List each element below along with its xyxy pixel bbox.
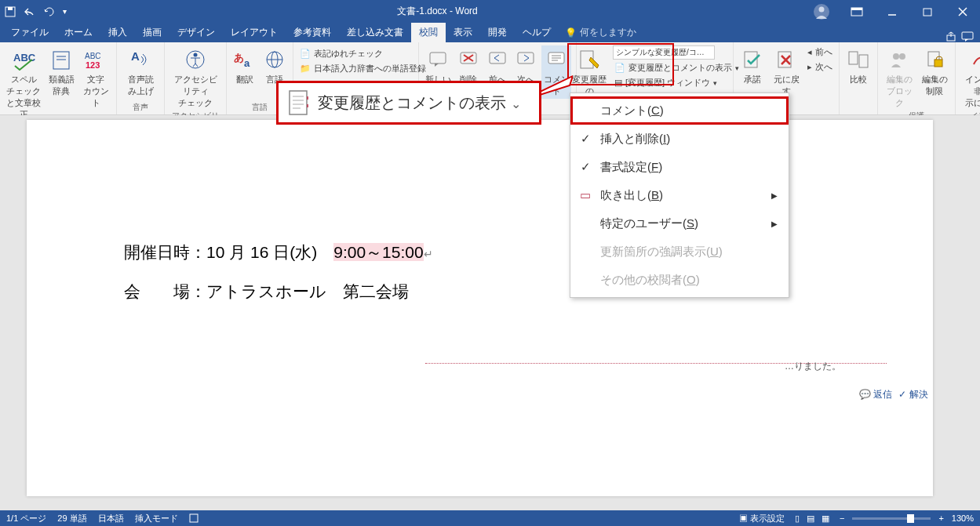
- print-layout-icon[interactable]: ▤: [804, 513, 817, 523]
- undo-icon[interactable]: [24, 7, 36, 16]
- tab-references[interactable]: 参考資料: [286, 23, 339, 42]
- tab-layout[interactable]: レイアウト: [223, 23, 286, 42]
- svg-text:a: a: [244, 57, 250, 69]
- menu-comments[interactable]: コメント(C): [570, 96, 789, 125]
- zoom-value[interactable]: 130%: [952, 513, 974, 523]
- document-area[interactable]: 開催日時：10 月 16 日(水) 9:00～15:00↵ 会 場：アトラスホー…: [0, 115, 980, 510]
- close-icon[interactable]: [945, 0, 980, 23]
- svg-rect-5: [851, 8, 862, 10]
- tab-file[interactable]: ファイル: [3, 23, 56, 42]
- svg-point-43: [893, 53, 899, 60]
- save-icon[interactable]: [5, 6, 16, 17]
- tab-mailings[interactable]: 差し込み文書: [339, 23, 411, 42]
- annotation-callout: 変更履歴とコメントの表示 ⌄: [276, 81, 541, 125]
- svg-point-3: [818, 6, 824, 12]
- tab-help[interactable]: ヘルプ: [515, 23, 559, 42]
- doc-icon: 📄: [614, 63, 625, 73]
- svg-text:A: A: [131, 49, 140, 63]
- svg-text:あ: あ: [234, 52, 244, 63]
- svg-rect-7: [924, 9, 931, 16]
- comment-balloon[interactable]: …りました。: [785, 360, 926, 373]
- svg-rect-31: [518, 53, 534, 63]
- tab-insert[interactable]: 挿入: [100, 23, 135, 42]
- account-icon[interactable]: [803, 0, 839, 23]
- readaloud-button[interactable]: A音声読 み上げ: [122, 45, 159, 99]
- menu-balloons[interactable]: ▭ 吹き出し(B) ▶: [570, 181, 789, 209]
- view-buttons[interactable]: ▯ ▤ ▦: [792, 513, 832, 524]
- zoom-slider[interactable]: [852, 517, 931, 520]
- web-layout-icon[interactable]: ▦: [819, 513, 832, 523]
- accessibility-button[interactable]: アクセシビリティ チェック: [169, 45, 221, 111]
- markup-mode-select[interactable]: シンプルな変更履歴/コ…: [613, 45, 715, 60]
- macro-icon[interactable]: [189, 513, 199, 523]
- tab-home[interactable]: ホーム: [56, 23, 100, 42]
- svg-rect-11: [962, 32, 973, 39]
- tab-draw[interactable]: 描画: [135, 23, 169, 42]
- comment-resolve-button[interactable]: ✓ 解決: [898, 388, 927, 401]
- tab-view[interactable]: 表示: [446, 23, 480, 42]
- group-speech: 音声: [122, 102, 159, 114]
- show-markup-button[interactable]: 📄変更履歴とコメントの表示 ▾: [613, 61, 741, 74]
- blank-check: [578, 104, 592, 118]
- ribbon-display-icon[interactable]: [839, 0, 874, 23]
- svg-rect-52: [307, 96, 308, 100]
- doc-icon: 📄: [300, 49, 311, 59]
- share-icon[interactable]: [945, 31, 956, 42]
- zoom-in-button[interactable]: +: [938, 513, 943, 523]
- doc-line2[interactable]: 会 場：アトラスホール 第二会場: [124, 281, 409, 303]
- svg-rect-26: [430, 53, 446, 63]
- annotation-pointer: [540, 74, 573, 96]
- restrict-editing-button[interactable]: 編集の 制限: [919, 45, 950, 99]
- menu-formatting[interactable]: ✓ 書式設定(F): [570, 153, 789, 181]
- tab-developer[interactable]: 開発: [480, 23, 515, 42]
- qat-more-icon[interactable]: ▾: [63, 7, 67, 16]
- svg-rect-47: [290, 91, 307, 114]
- reject-button[interactable]: 元に戻す: [770, 45, 803, 99]
- accept-button[interactable]: 承諾: [738, 45, 767, 87]
- svg-rect-54: [190, 514, 198, 522]
- tell-me[interactable]: 💡 何をしますか: [559, 26, 641, 42]
- doc-highlighted-time[interactable]: 9:00～15:00: [333, 243, 423, 261]
- maximize-icon[interactable]: [909, 0, 945, 23]
- page[interactable]: 開催日時：10 月 16 日(水) 9:00～15:00↵ 会 場：アトラスホー…: [27, 120, 933, 496]
- compare-button[interactable]: 比較: [844, 45, 873, 87]
- next-change-button[interactable]: ▸次へ: [806, 60, 834, 74]
- dictionary-register-button[interactable]: 📁日本語入力辞書への単語登録: [298, 62, 428, 75]
- read-mode-icon[interactable]: ▯: [792, 513, 802, 523]
- wordcount-button[interactable]: ABC123文字 カウント: [80, 45, 111, 111]
- reviewing-pane-button[interactable]: ▤[変更履歴] ウィンドウ ▾: [613, 76, 741, 89]
- svg-rect-53: [307, 104, 308, 107]
- hyoki-check-button[interactable]: 📄表記ゆれチェック: [298, 47, 428, 60]
- translate-button[interactable]: あa翻訳: [231, 45, 258, 87]
- menu-highlight-updates: 更新箇所の強調表示(U): [570, 238, 789, 266]
- status-page[interactable]: 1/1 ページ: [6, 513, 46, 524]
- track-changes-button[interactable]: 変更履歴の: [569, 45, 610, 99]
- hide-ink-button[interactable]: インクを非表 示にする: [960, 45, 980, 111]
- svg-text:ABC: ABC: [13, 52, 35, 63]
- prev-change-button[interactable]: ◂前へ: [806, 45, 834, 59]
- redo-icon[interactable]: [44, 7, 55, 16]
- status-insertmode[interactable]: 挿入モード: [135, 513, 178, 524]
- menu-insertions-deletions[interactable]: ✓ 挿入と削除(I): [570, 125, 789, 153]
- folder-icon: 📁: [300, 63, 311, 74]
- zoom-out-button[interactable]: −: [840, 513, 844, 523]
- window-title: 文書-1.docx - Word: [71, 5, 803, 18]
- display-settings-button[interactable]: ▣ 表示設定: [739, 513, 785, 524]
- comment-reply-button[interactable]: 💬 返信: [859, 388, 892, 401]
- status-wordcount[interactable]: 29 単語: [57, 513, 86, 524]
- block-authors-button[interactable]: 編集の ブロック: [883, 45, 916, 111]
- submenu-arrow-icon: ▶: [771, 191, 778, 200]
- tab-review[interactable]: 校閲: [411, 23, 446, 42]
- tab-design[interactable]: デザイン: [169, 23, 223, 42]
- comments-pane-icon[interactable]: [961, 31, 974, 42]
- thesaurus-button[interactable]: 類義語 辞典: [46, 45, 77, 99]
- svg-rect-30: [490, 53, 505, 63]
- menu-specific-users[interactable]: 特定のユーザー(S) ▶: [570, 209, 789, 238]
- status-language[interactable]: 日本語: [98, 513, 124, 524]
- spellcheck-button[interactable]: ABCスペル チェック と文章校正: [5, 45, 42, 122]
- doc-line1a[interactable]: 開催日時：10 月 16 日(水): [124, 243, 333, 261]
- svg-rect-41: [849, 52, 858, 64]
- minimize-icon[interactable]: [874, 0, 909, 23]
- svg-point-20: [194, 53, 198, 57]
- pane-icon: ▤: [614, 78, 622, 88]
